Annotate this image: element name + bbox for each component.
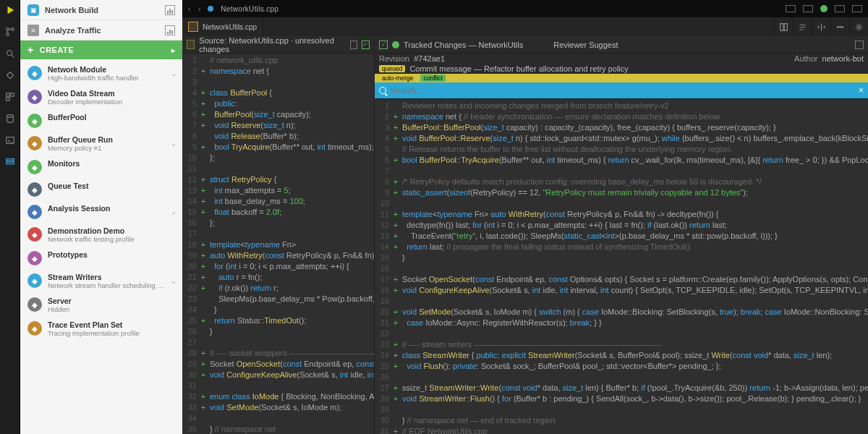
diff-marker: + [200, 185, 207, 196]
code-line: bool BufferPool::TryAcquire(Buffer** out… [402, 155, 868, 166]
sidebar-item[interactable]: ◆Prototypes [20, 247, 182, 270]
module-icon: ◆ [27, 160, 42, 174]
diff-marker: + [392, 426, 399, 434]
code-line: return Status::TimedOut(); [210, 315, 374, 326]
sidebar-header-label: Network Build [45, 6, 159, 14]
check-icon[interactable]: ✓ [379, 41, 388, 49]
svg-point-15 [840, 26, 841, 27]
chart-icon[interactable] [165, 5, 175, 15]
code-editor-right[interactable]: 1Reviewer notes and incoming changes mer… [375, 99, 868, 434]
line-number: 29 [378, 404, 389, 415]
layout-icon[interactable] [803, 5, 813, 12]
sidebar-item[interactable]: ◆Trace Event Plan SetTracing implementat… [20, 318, 182, 341]
check-icon[interactable]: ✓ [362, 41, 370, 49]
split-editor-icon[interactable] [774, 17, 793, 36]
sidebar-header-analyze[interactable]: ≡ Analyze Traffic [20, 20, 182, 41]
database-icon[interactable] [4, 113, 16, 124]
minimize-icon[interactable] [835, 5, 845, 12]
title-bar: ‹ › NetworkUtils.cpp [182, 0, 868, 17]
diff-marker: + [392, 383, 399, 393]
diff-icon[interactable] [793, 17, 812, 36]
chart-icon[interactable] [165, 25, 175, 35]
close-icon[interactable]: × [859, 85, 864, 95]
popout-icon[interactable] [855, 41, 864, 49]
sidebar-item-title: Analysis Session [48, 204, 165, 213]
diff-marker: + [200, 88, 207, 98]
line-number: 13 [185, 185, 197, 196]
sidebar-item[interactable]: ◆Monitors [20, 156, 182, 179]
run-icon[interactable] [4, 4, 16, 16]
code-line: } // namespace net — end of tracked regi… [402, 415, 868, 426]
more-icon[interactable] [830, 17, 849, 36]
compare-icon[interactable] [812, 17, 830, 36]
window-title: NetworkUtils.cpp [221, 5, 778, 13]
code-line: // Release returns the buffer to the fre… [402, 144, 868, 155]
sidebar-item[interactable]: ◆Demonstration DemoNetwork traffic testi… [20, 224, 182, 247]
maximize-icon[interactable] [852, 5, 862, 12]
pane-title: Tracked Changes — NetworkUtils [404, 41, 523, 49]
tag-pill[interactable]: conflict [420, 75, 445, 82]
chevron-down-icon[interactable]: ⌄ [171, 140, 176, 148]
line-number: 1 [378, 101, 389, 111]
main: ‹ › NetworkUtils.cpp NetworkUtils.cpp [182, 0, 868, 434]
svg-point-2 [11, 28, 14, 31]
popout-icon[interactable] [350, 41, 358, 49]
branch-icon[interactable] [4, 26, 16, 38]
extensions-icon[interactable] [4, 91, 16, 103]
debug-icon[interactable] [4, 69, 16, 81]
create-button[interactable]: + CREATE [20, 41, 182, 59]
search-icon[interactable] [4, 48, 16, 59]
sidebar-item[interactable]: ◆Queue Test [20, 179, 182, 201]
code-line: void Reserve(size_t n); [210, 120, 374, 131]
code-line: decltype(fn()) last; for (int i = 0; i <… [402, 220, 868, 231]
code-line: void StreamWriter::Flush() { for (Buffer… [402, 393, 868, 404]
layout-icon[interactable] [786, 5, 796, 12]
sidebar-item[interactable]: ◆Buffer Queue RunMemory policy #1⌄ [20, 132, 182, 156]
tasks-icon[interactable] [4, 156, 16, 168]
line-number: 3 [185, 77, 197, 88]
line-number: 5 [185, 98, 197, 109]
code-line: void Flush(); private: Socket& sock_; Bu… [402, 361, 868, 372]
sidebar-item[interactable]: ◆Video Data StreamDecoder implementation [20, 86, 182, 110]
tab-active[interactable]: NetworkUtils.cpp [182, 17, 263, 36]
svg-point-8 [7, 115, 13, 118]
forward-icon[interactable]: › [198, 4, 201, 13]
meta-value: network-bot [822, 54, 864, 63]
tag-pill[interactable]: queued [379, 65, 405, 72]
sidebar-item[interactable]: ◆ServerHidden [20, 294, 182, 318]
diff-marker: + [200, 359, 207, 370]
meta-value: #742ae1 [414, 54, 445, 63]
settings-icon[interactable] [849, 17, 868, 36]
status-dot-icon [208, 6, 213, 12]
sidebar-item[interactable]: ◆Analysis Session⌄ [20, 201, 182, 224]
sidebar-item-title: Video Data Stream [48, 89, 176, 98]
chevron-down-icon[interactable]: ⌄ [171, 69, 176, 77]
line-number: 12 [185, 174, 197, 185]
chevron-down-icon[interactable]: ⌄ [171, 208, 176, 216]
code-line: void ConfigureKeepAlive(Socket& s, int i… [210, 370, 374, 380]
terminal-icon[interactable] [4, 135, 16, 146]
tag-pill[interactable]: auto-merge [379, 75, 416, 82]
chevron-down-icon[interactable]: ⌄ [171, 277, 176, 285]
diff-marker: + [392, 350, 399, 361]
diff-marker: + [200, 142, 207, 153]
diff-marker: + [200, 239, 207, 250]
back-icon[interactable]: ‹ [188, 4, 191, 13]
sidebar-item[interactable]: ◆Stream WritersNetwork stream handler sc… [20, 270, 182, 294]
code-editor-left[interactable]: 1// network_utils.cpp2+namespace net {34… [182, 54, 374, 434]
line-number: 28 [185, 348, 197, 359]
sidebar-header-build[interactable]: ▣ Network Build [20, 0, 182, 20]
sidebar-item-title: Trace Event Plan Set [48, 320, 176, 329]
diff-marker: + [392, 176, 399, 187]
line-number: 15 [185, 207, 197, 218]
line-number: 17 [185, 229, 197, 239]
diff-marker: + [392, 133, 399, 144]
sidebar-item[interactable]: ◆Network ModuleHigh-bandwidth traffic ha… [20, 62, 182, 86]
search-input[interactable] [391, 86, 854, 95]
sidebar-item-subtitle: Network stream handler scheduling profil… [48, 281, 165, 289]
sidebar-item[interactable]: ◆BufferPool [20, 110, 182, 132]
svg-rect-13 [784, 23, 787, 30]
code-line: void Release(Buffer* b); [210, 131, 374, 142]
diff-marker: + [200, 272, 207, 283]
diff-marker: + [200, 120, 207, 131]
